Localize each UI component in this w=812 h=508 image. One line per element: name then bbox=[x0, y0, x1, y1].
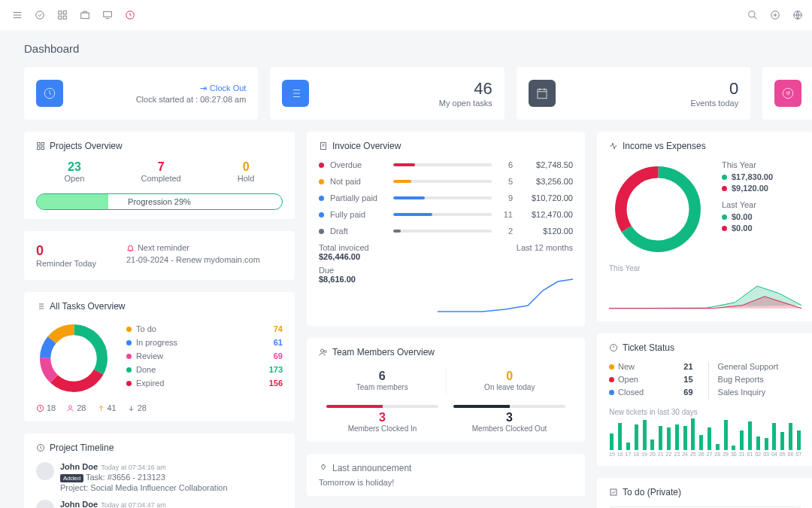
open-tasks-card: 46 My open tasks bbox=[270, 67, 504, 120]
monitor-icon[interactable] bbox=[102, 10, 113, 20]
svg-point-8 bbox=[749, 11, 755, 17]
svg-rect-3 bbox=[59, 16, 62, 19]
ticket-bar: 06 bbox=[788, 423, 794, 457]
tm-substat: 3Members Clocked In bbox=[319, 405, 446, 433]
svg-rect-4 bbox=[63, 16, 66, 19]
income-donut bbox=[609, 160, 707, 258]
tasks-donut bbox=[36, 321, 111, 396]
ticket-bar: 17 bbox=[626, 443, 632, 457]
progress-bar: Progression 29% bbox=[36, 193, 283, 210]
ticket-category[interactable]: General Support bbox=[718, 362, 802, 371]
ticket-bar: 01 bbox=[747, 421, 753, 457]
proj-stat: 23Open bbox=[65, 160, 85, 183]
ticket-category[interactable]: Bug Reports bbox=[718, 375, 802, 384]
ticket-bar: 29 bbox=[723, 420, 729, 457]
ticket-status-row: Open15 bbox=[609, 375, 693, 384]
ticket-bar: 19 bbox=[641, 420, 647, 457]
ticket-bar: 28 bbox=[714, 444, 720, 457]
reminder-count: 0 bbox=[36, 243, 96, 259]
tm-stat: 6Team members bbox=[319, 367, 447, 394]
todo-card: To do (Private) To do Done Sea ▾Title bbox=[597, 478, 812, 508]
ticket-bar: 02 bbox=[755, 437, 761, 457]
income-expenses-card: Income vs Expenses This Year $17,830.00$… bbox=[597, 132, 812, 321]
svg-point-25 bbox=[69, 405, 72, 408]
add-icon[interactable] bbox=[770, 10, 780, 20]
invoice-row: Overdue6$2,748.50 bbox=[319, 160, 573, 169]
avatar bbox=[36, 462, 54, 480]
meta-clock: 18 bbox=[36, 403, 56, 412]
globe-icon[interactable] bbox=[792, 10, 803, 20]
svg-rect-1 bbox=[59, 11, 62, 14]
project-timeline-card: Project Timeline John DoeToday at 07:34:… bbox=[24, 433, 295, 508]
ticket-bar: 27 bbox=[707, 427, 713, 457]
check-circle-icon[interactable] bbox=[35, 10, 45, 20]
invoice-row: Fully paid11$12,470.00 bbox=[319, 210, 573, 219]
ticket-category[interactable]: Sales Inquiry bbox=[718, 388, 802, 397]
events-label: Events today bbox=[565, 99, 738, 108]
events-today-card: 0 Events today bbox=[517, 67, 750, 120]
timeline-item: John DoeToday at 07:34:16 amAdded Task: … bbox=[36, 462, 283, 492]
legend-row: Expired156 bbox=[126, 379, 283, 388]
team-members-card: Team Members Overview 6Team members0On l… bbox=[307, 338, 585, 442]
ticket-bar: 23 bbox=[674, 424, 680, 457]
search-icon[interactable] bbox=[747, 10, 758, 20]
ticket-bar: 05 bbox=[780, 432, 786, 457]
clock-icon[interactable] bbox=[125, 10, 135, 20]
topbar bbox=[0, 0, 812, 30]
proj-stat: 0Hold bbox=[238, 160, 255, 183]
ticket-bar: 20 bbox=[650, 440, 656, 457]
svg-rect-18 bbox=[41, 147, 44, 150]
projects-overview-card: Projects Overview 23Open7Completed0Hold … bbox=[24, 132, 295, 219]
svg-rect-2 bbox=[63, 11, 66, 14]
clock-out-link[interactable]: ⇥ Clock Out bbox=[72, 84, 246, 93]
ticket-bar: 26 bbox=[698, 435, 704, 457]
svg-rect-37 bbox=[611, 489, 617, 495]
ticket-bar: 04 bbox=[771, 423, 777, 457]
open-tasks-label: My open tasks bbox=[318, 99, 492, 108]
compass-icon bbox=[774, 80, 801, 107]
open-tasks-value: 46 bbox=[318, 79, 492, 99]
ticket-status-card: Ticket Status New21Open15Closed69 Genera… bbox=[597, 333, 812, 466]
ticket-bar: 22 bbox=[666, 427, 672, 457]
svg-rect-6 bbox=[104, 11, 112, 17]
ticket-bar: 18 bbox=[633, 424, 639, 457]
invoice-sparkline bbox=[438, 272, 573, 317]
all-tasks-card: All Tasks Overview To do74In progress61R… bbox=[24, 292, 295, 421]
invoice-row: Not paid5$3,256.00 bbox=[319, 177, 573, 186]
meta-users: 28 bbox=[66, 403, 86, 412]
ticket-bar: 25 bbox=[690, 418, 696, 457]
svg-point-0 bbox=[36, 11, 44, 20]
tm-stat: 0On leave today bbox=[447, 367, 574, 394]
proj-stat: 7Completed bbox=[141, 160, 181, 183]
ticket-bar: 03 bbox=[763, 438, 769, 457]
ticket-bar: 16 bbox=[617, 423, 623, 457]
invoice-overview-card: Invoice Overview Overdue6$2,748.50Not pa… bbox=[307, 132, 585, 326]
grid-icon[interactable] bbox=[57, 10, 68, 20]
svg-rect-5 bbox=[81, 13, 89, 19]
meta-up: 41 bbox=[97, 403, 117, 412]
svg-rect-17 bbox=[38, 147, 41, 150]
ticket-status-row: New21 bbox=[609, 362, 693, 371]
meta-down: 28 bbox=[127, 403, 147, 412]
ticket-bar: 31 bbox=[739, 430, 745, 457]
reminder-card: 0 Reminder Today Next reminder 21-09-202… bbox=[24, 231, 295, 280]
menu-icon[interactable] bbox=[12, 10, 23, 20]
invoice-row: Draft2$120.00 bbox=[319, 227, 573, 236]
svg-rect-13 bbox=[538, 90, 547, 99]
timeline-item: John DoeToday at 07:04:47 amUpdated Task… bbox=[36, 500, 283, 508]
events-value: 0 bbox=[565, 79, 738, 99]
svg-point-29 bbox=[324, 351, 326, 353]
legend-row: Done173 bbox=[126, 365, 283, 374]
list-icon bbox=[282, 80, 309, 107]
calendar-icon bbox=[529, 80, 556, 107]
svg-point-28 bbox=[321, 349, 324, 352]
tm-substat: 3Members Clocked Out bbox=[446, 405, 573, 433]
page-title: Dashboard bbox=[24, 42, 812, 55]
svg-point-14 bbox=[783, 88, 793, 99]
compass-card[interactable] bbox=[762, 67, 812, 120]
income-sparkline bbox=[609, 272, 801, 310]
announcement-card: Last announcement Tomorrow is holiday! bbox=[307, 454, 585, 496]
ticket-bar: 07 bbox=[795, 430, 801, 457]
briefcase-icon[interactable] bbox=[80, 10, 90, 20]
clock-card: ⇥ Clock Out Clock started at : 08:27:08 … bbox=[24, 67, 258, 120]
